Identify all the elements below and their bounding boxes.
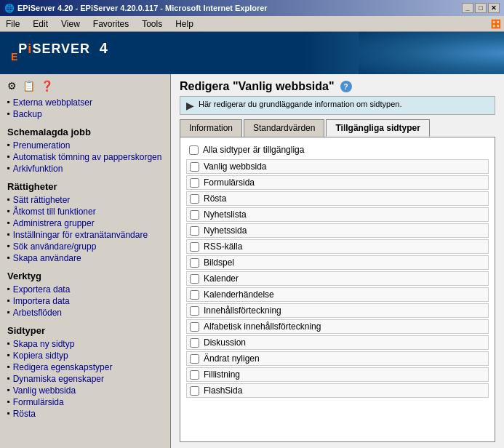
tab-information[interactable]: Information xyxy=(180,119,242,137)
list-item: Bildspel xyxy=(186,255,489,270)
tab-tillgangliga[interactable]: Tillgängliga sidtyper xyxy=(326,119,429,137)
page-type-checkbox-12[interactable] xyxy=(190,354,199,364)
sidebar: ⚙ 📋 ❓ Externa webbplatser Backup Schemal… xyxy=(0,74,171,448)
page-type-checkbox-10[interactable] xyxy=(190,322,199,332)
page-type-label-0[interactable]: Vanlig webbsida xyxy=(204,161,267,172)
page-type-checkbox-14[interactable] xyxy=(190,386,199,396)
sidebar-link-dynamiska[interactable]: Dynamiska egenskaper xyxy=(7,374,163,384)
minimize-button[interactable]: _ xyxy=(462,3,473,13)
info-text: Här redigerar du grundläggande informati… xyxy=(199,100,401,108)
list-item: Rösta xyxy=(186,191,489,206)
sidebar-section-verktyg: Verktyg xyxy=(7,271,163,281)
sidebar-link-skapa-anvandare[interactable]: Skapa användare xyxy=(7,253,163,263)
page-type-checkbox-6[interactable] xyxy=(190,258,199,268)
info-arrow-icon: ▶ xyxy=(186,100,194,111)
sidebar-link-atkomst[interactable]: Åtkomst till funktioner xyxy=(7,207,163,217)
sidebar-link-exportera[interactable]: Exportera data xyxy=(7,284,163,295)
page-type-label-7[interactable]: Kalender xyxy=(204,273,239,284)
sidebar-link-installningar[interactable]: Inställningar för extranätanvändare xyxy=(7,230,163,240)
tabs-bar: Information Standardvärden Tillgängliga … xyxy=(180,119,495,137)
page-type-label-1[interactable]: Formulärsida xyxy=(204,177,255,188)
menu-file[interactable]: File xyxy=(3,18,23,30)
page-type-label-12[interactable]: Ändrat nyligen xyxy=(204,353,260,364)
menu-edit[interactable]: Edit xyxy=(30,18,51,30)
page-type-checkbox-11[interactable] xyxy=(190,338,199,348)
sidebar-icons: ⚙ 📋 ❓ xyxy=(7,80,163,92)
help-icon[interactable]: ❓ xyxy=(41,80,53,92)
sidebar-link-arbetsfloden[interactable]: Arbetsflöden xyxy=(7,308,163,318)
list-item: Diskussion xyxy=(186,335,489,350)
clipboard-icon[interactable]: 📋 xyxy=(23,80,35,92)
list-item: Fillistning xyxy=(186,367,489,382)
sidebar-link-importera[interactable]: Importera data xyxy=(7,296,163,306)
page-type-checkbox-5[interactable] xyxy=(190,242,199,252)
page-help-icon[interactable]: ? xyxy=(340,81,352,92)
page-type-label-5[interactable]: RSS-källa xyxy=(204,241,242,252)
menu-tools[interactable]: Tools xyxy=(139,18,165,30)
sidebar-link-externa[interactable]: Externa webbplatser xyxy=(7,97,163,108)
tab-standardvarden[interactable]: Standardvärden xyxy=(244,119,324,137)
page-type-checkbox-2[interactable] xyxy=(190,194,199,204)
sidebar-link-arkiv[interactable]: Arkivfunktion xyxy=(7,164,163,174)
main-layout: ⚙ 📋 ❓ Externa webbplatser Backup Schemal… xyxy=(0,74,504,448)
menu-bar: File Edit View Favorites Tools Help ⊞ xyxy=(0,16,504,32)
list-item: Innehållsförteckning xyxy=(186,303,489,318)
page-type-checkbox-9[interactable] xyxy=(190,306,199,316)
page-types-list: Vanlig webbsidaFormulärsidaRöstaNyhetsli… xyxy=(186,159,489,398)
page-type-checkbox-3[interactable] xyxy=(190,210,199,220)
sidebar-link-sok[interactable]: Sök användare/grupp xyxy=(7,241,163,252)
page-type-label-14[interactable]: FlashSida xyxy=(204,385,242,396)
page-title: Redigera "Vanlig webbsida" xyxy=(180,80,335,93)
all-types-label[interactable]: Alla sidtyper är tillgängliga xyxy=(203,145,304,155)
sidebar-link-formularsida[interactable]: Formulärsida xyxy=(7,397,163,407)
sidebar-link-redigera-egenskapstyper[interactable]: Redigera egenskapstyper xyxy=(7,362,163,372)
page-type-label-9[interactable]: Innehållsförteckning xyxy=(204,305,281,316)
page-type-checkbox-8[interactable] xyxy=(190,290,199,300)
page-type-checkbox-7[interactable] xyxy=(190,274,199,284)
page-type-label-6[interactable]: Bildspel xyxy=(204,257,234,268)
sidebar-link-administrera[interactable]: Administrera grupper xyxy=(7,218,163,228)
list-item: RSS-källa xyxy=(186,239,489,254)
sidebar-link-skapa-sidtyp[interactable]: Skapa ny sidtyp xyxy=(7,339,163,349)
title-bar-left: 🌐 EPiServer 4.20 - EPiServer 4.20.0.117 … xyxy=(4,4,268,13)
close-button[interactable]: ✕ xyxy=(488,3,500,13)
sidebar-link-kopiera[interactable]: Kopiera sidtyp xyxy=(7,351,163,361)
sidebar-link-rosta[interactable]: Rösta xyxy=(7,409,163,419)
list-item: Nyhetslista xyxy=(186,207,489,222)
window-title: EPiServer 4.20 - EPiServer 4.20.0.117 - … xyxy=(17,4,268,12)
settings-icon[interactable]: ⚙ xyxy=(7,80,17,92)
page-type-label-8[interactable]: Kalenderhändelse xyxy=(204,289,274,300)
page-type-checkbox-13[interactable] xyxy=(190,370,199,380)
page-header: Redigera "Vanlig webbsida" ? xyxy=(171,74,504,96)
list-item: FlashSida xyxy=(186,383,489,398)
title-bar: 🌐 EPiServer 4.20 - EPiServer 4.20.0.117 … xyxy=(0,0,504,16)
menu-view[interactable]: View xyxy=(58,18,83,30)
sidebar-section-rattigheter: Rättigheter xyxy=(7,181,163,192)
maximize-button[interactable]: □ xyxy=(475,3,487,13)
page-type-label-2[interactable]: Rösta xyxy=(204,193,226,204)
title-bar-buttons[interactable]: _ □ ✕ xyxy=(462,3,500,13)
page-type-label-11[interactable]: Diskussion xyxy=(204,337,246,348)
sidebar-link-backup[interactable]: Backup xyxy=(7,109,163,119)
menu-favorites[interactable]: Favorites xyxy=(90,18,132,30)
page-type-checkbox-4[interactable] xyxy=(190,226,199,236)
all-types-checkbox[interactable] xyxy=(189,145,199,155)
page-type-checkbox-1[interactable] xyxy=(190,178,199,188)
list-item: Kalenderhändelse xyxy=(186,287,489,302)
list-item: Vanlig webbsida xyxy=(186,159,489,174)
sidebar-link-atomning[interactable]: Automatisk tömning av papperskorgen xyxy=(7,152,163,162)
sidebar-link-vanlig[interactable]: Vanlig webbsida xyxy=(7,385,163,396)
content-area: Redigera "Vanlig webbsida" ? ▶ Här redig… xyxy=(171,74,504,448)
page-type-checkbox-0[interactable] xyxy=(190,162,199,172)
list-item: Ändrat nyligen xyxy=(186,351,489,366)
page-type-label-4[interactable]: Nyhetssida xyxy=(204,225,247,236)
list-item: Nyhetssida xyxy=(186,223,489,238)
sidebar-link-satt[interactable]: Sätt rättigheter xyxy=(7,195,163,205)
header-background xyxy=(359,32,504,74)
sidebar-link-prenumeration[interactable]: Prenumeration xyxy=(7,140,163,151)
info-bar: ▶ Här redigerar du grundläggande informa… xyxy=(180,96,495,115)
page-type-label-3[interactable]: Nyhetslista xyxy=(204,209,247,220)
page-type-label-13[interactable]: Fillistning xyxy=(204,369,240,380)
menu-help[interactable]: Help xyxy=(172,18,196,30)
page-type-label-10[interactable]: Alfabetisk innehållsförteckning xyxy=(204,321,321,332)
